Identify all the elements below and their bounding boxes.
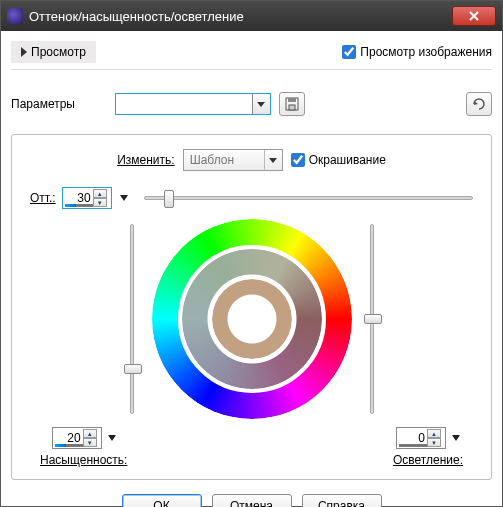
- window-title: Оттенок/насыщенность/осветление: [29, 9, 452, 24]
- lightness-slider[interactable]: [362, 224, 382, 414]
- lightness-value: 0: [401, 431, 427, 445]
- edit-select[interactable]: Шаблон: [183, 149, 283, 171]
- save-icon: [285, 97, 299, 111]
- saturation-slider[interactable]: [122, 224, 142, 414]
- colorize-check-input[interactable]: [291, 153, 305, 167]
- parameters-row: Параметры: [11, 92, 492, 116]
- preview-toggle[interactable]: Просмотр: [11, 41, 96, 63]
- bottom-values: 20 ▲▼ Насыщенность: 0 ▲▼: [30, 427, 473, 467]
- colorize-checkbox[interactable]: Окрашивание: [291, 153, 386, 167]
- lightness-label: Осветление:: [393, 453, 463, 467]
- lightness-menu-icon[interactable]: [452, 435, 460, 441]
- saturation-input[interactable]: 20 ▲▼: [52, 427, 102, 449]
- reset-icon: [471, 97, 487, 111]
- wheel-area: [30, 219, 473, 419]
- button-row: ОК Отмена Справка: [11, 494, 492, 507]
- hue-label: Отт.:: [30, 191, 56, 205]
- hue-input[interactable]: 30 ▲▼: [62, 187, 112, 209]
- hue-bar: [65, 204, 93, 207]
- hue-value: 30: [67, 191, 93, 205]
- saturation-label: Насыщенность:: [40, 453, 127, 467]
- parameters-combo[interactable]: [115, 93, 271, 115]
- adjust-panel: Изменить: Шаблон Окрашивание Отт.: 30 ▲▼: [11, 134, 492, 480]
- chevron-down-icon: [257, 102, 265, 107]
- app-icon: [7, 8, 23, 24]
- lightness-spinner[interactable]: ▲▼: [427, 429, 441, 447]
- edit-label: Изменить:: [117, 153, 174, 167]
- ok-button[interactable]: ОК: [122, 494, 202, 507]
- preview-image-checkbox[interactable]: Просмотр изображения: [342, 45, 492, 59]
- cancel-button[interactable]: Отмена: [212, 494, 292, 507]
- saturation-value: 20: [57, 431, 83, 445]
- lightness-slider-thumb[interactable]: [364, 314, 382, 324]
- colorize-label: Окрашивание: [309, 153, 386, 167]
- svg-rect-1: [288, 98, 296, 102]
- saturation-slider-thumb[interactable]: [124, 364, 142, 374]
- content-area: Просмотр Просмотр изображения Параметры: [1, 31, 502, 507]
- edit-row: Изменить: Шаблон Окрашивание: [30, 149, 473, 171]
- chevron-down-icon: [269, 158, 277, 163]
- close-icon: [469, 11, 479, 21]
- save-preset-button[interactable]: [279, 92, 305, 116]
- preview-image-check-input[interactable]: [342, 45, 356, 59]
- svg-rect-2: [289, 105, 295, 110]
- hue-menu-icon[interactable]: [120, 195, 128, 201]
- hue-row: Отт.: 30 ▲▼: [30, 187, 473, 209]
- help-button[interactable]: Справка: [302, 494, 382, 507]
- hue-slider-thumb[interactable]: [164, 190, 174, 208]
- hue-slider[interactable]: [144, 188, 473, 208]
- saturation-menu-icon[interactable]: [108, 435, 116, 441]
- edit-select-dropdown[interactable]: [264, 150, 282, 170]
- reset-button[interactable]: [466, 92, 492, 116]
- preview-row: Просмотр Просмотр изображения: [11, 37, 492, 70]
- parameters-label: Параметры: [11, 97, 107, 111]
- dialog-window: Оттенок/насыщенность/осветление Просмотр…: [0, 0, 503, 507]
- disclosure-triangle-icon: [21, 47, 27, 57]
- hue-spinner[interactable]: ▲▼: [93, 189, 107, 207]
- preview-image-label: Просмотр изображения: [360, 45, 492, 59]
- lightness-group: 0 ▲▼ Осветление:: [393, 427, 463, 467]
- lightness-ring: [212, 279, 292, 359]
- edit-select-value: Шаблон: [190, 153, 234, 167]
- lightness-input[interactable]: 0 ▲▼: [396, 427, 446, 449]
- hue-slider-track: [144, 196, 473, 200]
- parameters-dropdown-button[interactable]: [252, 94, 270, 114]
- preview-label: Просмотр: [31, 45, 86, 59]
- saturation-group: 20 ▲▼ Насыщенность:: [40, 427, 127, 467]
- close-button[interactable]: [452, 6, 496, 26]
- saturation-spinner[interactable]: ▲▼: [83, 429, 97, 447]
- color-wheel[interactable]: [152, 219, 352, 419]
- titlebar: Оттенок/насыщенность/осветление: [1, 1, 502, 31]
